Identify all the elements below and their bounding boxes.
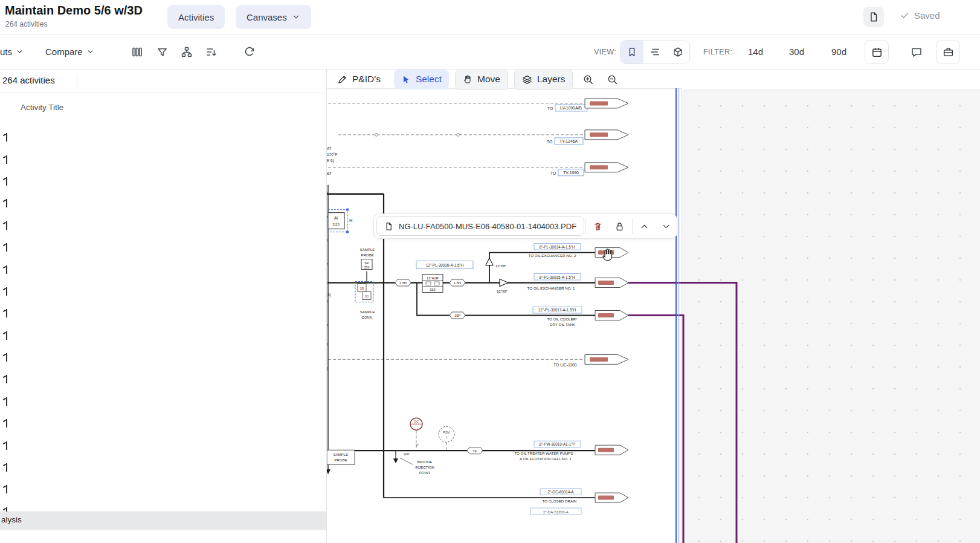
activity-row-marker: [3, 221, 9, 230]
activity-row[interactable]: [0, 215, 326, 236]
refresh-button[interactable]: [237, 40, 262, 64]
svg-text:15P: 15P: [454, 314, 460, 317]
cursor-icon: [401, 74, 411, 84]
delete-file-button[interactable]: [587, 215, 609, 238]
chat-bubble-icon: [911, 46, 923, 58]
svg-text:TO: TO: [550, 171, 556, 175]
pipe-label-30019[interactable]: 8"-PW-30019-A1-1"P TO OIL TREATER WATER …: [514, 441, 581, 461]
activity-row[interactable]: [0, 192, 326, 214]
activity-row[interactable]: [0, 478, 326, 500]
activity-row[interactable]: [0, 171, 326, 192]
connector-label-ty[interactable]: TO TY-1246A: [547, 138, 583, 145]
pipe-label-30016[interactable]: 12"-PL-30016-A-1.5"H: [416, 261, 473, 269]
pids-button[interactable]: P&ID's: [330, 70, 388, 89]
file-name: NG-LU-FA0500-MUS-E06-40580-01-1404003.PD…: [399, 222, 576, 231]
activity-row[interactable]: [0, 368, 326, 390]
activity-row[interactable]: [0, 258, 326, 280]
pipe-label-30035[interactable]: 8"-PL-30035-A-1.5"H TO OIL EXCHANGER NO.…: [527, 274, 581, 290]
pipe-label-30017[interactable]: 12"-PL-30017-A-1.5"H TO OIL COOLER/ DRY …: [533, 307, 582, 327]
activity-row-marker: [3, 485, 9, 493]
move-layer-down-button[interactable]: [655, 215, 677, 238]
activity-row[interactable]: [0, 126, 326, 148]
svg-text:8"-PL-30035-A-1.5"H: 8"-PL-30035-A-1.5"H: [540, 275, 575, 279]
svg-text:LV-1090A/B: LV-1090A/B: [560, 106, 582, 110]
activity-row[interactable]: [0, 325, 326, 346]
move-tool-button[interactable]: Move: [455, 69, 508, 90]
canvas-area[interactable]: W W W W W W W W AT 170°F E 6) er 4) t AI…: [327, 70, 980, 543]
move-tool-label: Move: [477, 74, 500, 85]
svg-text:2B: 2B: [360, 287, 364, 290]
offpage-connector-tags[interactable]: [585, 99, 628, 502]
activities-button[interactable]: Activities: [167, 5, 225, 29]
page-title: Maintain Demo 5/6 w/3D: [5, 4, 143, 18]
calendar-icon: [871, 47, 883, 58]
activity-count-subtitle: 264 activities: [5, 20, 47, 28]
svg-text:W: W: [327, 262, 327, 269]
select-tool-button[interactable]: Select: [394, 70, 449, 89]
chevron-down-icon: [86, 48, 94, 56]
columns-button[interactable]: [125, 40, 149, 64]
compare-dropdown[interactable]: Compare: [45, 34, 94, 69]
activity-row[interactable]: [0, 434, 326, 456]
reducer-size-bottom: 12"X8": [497, 290, 508, 293]
connector-label-tv[interactable]: TO TV-1090: [550, 169, 584, 176]
document-icon: [868, 11, 879, 22]
svg-text:3/4": 3/4": [404, 452, 410, 456]
view-3d-button[interactable]: [666, 41, 689, 63]
list-icon: [650, 47, 660, 57]
calendar-button[interactable]: [865, 40, 889, 64]
filter-90d[interactable]: 90d: [831, 34, 846, 69]
filter-14d[interactable]: 14d: [748, 34, 763, 69]
column-header-activity-title: Activity Title: [21, 103, 63, 112]
view-list-button[interactable]: [643, 41, 666, 63]
svg-text:1.5H: 1.5H: [399, 281, 407, 285]
svg-text:170°F: 170°F: [327, 152, 337, 157]
pipe-label-30034[interactable]: 8"-PL-30034-A-1.5"H TO OIL EXCHANGER NO.…: [529, 244, 581, 258]
activity-row-marker: [3, 463, 9, 472]
zoom-out-button[interactable]: [603, 70, 621, 88]
pipe-label-60014[interactable]: 2"-OC-60014-A TO CLOSED DRAIN: [540, 489, 581, 503]
activity-row[interactable]: [0, 346, 326, 368]
comments-button[interactable]: [904, 40, 929, 64]
filter-30d[interactable]: 30d: [789, 34, 804, 69]
activity-row[interactable]: [0, 236, 326, 258]
document-button[interactable]: [863, 7, 884, 27]
svg-text:032: 032: [430, 288, 436, 291]
file-chip[interactable]: NG-LU-FA0500-MUS-E06-40580-01-1404003.PD…: [376, 216, 584, 236]
activity-row[interactable]: [0, 457, 326, 478]
svg-text:2": 2": [416, 443, 419, 447]
activity-row[interactable]: [0, 391, 326, 412]
activity-row-partial-text: alysis: [1, 515, 22, 524]
saved-status: Saved: [900, 10, 940, 21]
svg-text:SAMPLE: SAMPLE: [360, 310, 375, 314]
activity-row-partial[interactable]: alysis: [0, 512, 326, 530]
toolbox-button[interactable]: [936, 40, 960, 64]
svg-text:TO OIL COOLER/: TO OIL COOLER/: [547, 317, 577, 321]
selected-instrument-ai-1110[interactable]: AI 1110 H: [327, 209, 352, 233]
funnel-icon: [156, 47, 168, 58]
canvases-dropdown-button[interactable]: Canvases: [236, 5, 311, 29]
view-canvas-button[interactable]: [621, 41, 643, 63]
hierarchy-icon: [181, 46, 193, 58]
svg-text:POINT: POINT: [419, 471, 431, 475]
sample-probe-annotation: SAMPLE PROBE SP 256: [360, 248, 375, 270]
sample-conn-annotation: SAMPLE CONN.: [360, 310, 375, 319]
lock-file-button[interactable]: [609, 215, 631, 238]
zoom-in-button[interactable]: [579, 70, 597, 88]
canvas-toolbar: P&ID's Select Move Layers: [330, 68, 621, 90]
view-label: VIEW:: [594, 34, 616, 69]
activity-row[interactable]: [0, 302, 326, 324]
activity-row[interactable]: [0, 412, 326, 434]
sort-button[interactable]: [199, 40, 224, 64]
pipe-label-partial[interactable]: 2"-DA-51363-A: [530, 508, 581, 515]
filter-button[interactable]: [150, 40, 174, 64]
selected-instrument-boxes[interactable]: 2B 63: [355, 282, 373, 302]
move-layer-up-button[interactable]: [633, 215, 655, 238]
activity-row[interactable]: [0, 281, 326, 302]
pipe-break-symbols: W W W W W W W W: [327, 192, 327, 350]
connector-label-lv[interactable]: TO LV-1090A/B: [547, 105, 587, 111]
activity-row[interactable]: [0, 148, 326, 170]
layers-button[interactable]: Layers: [514, 69, 573, 90]
layouts-dropdown[interactable]: uts: [0, 34, 24, 69]
hierarchy-button[interactable]: [175, 40, 199, 64]
